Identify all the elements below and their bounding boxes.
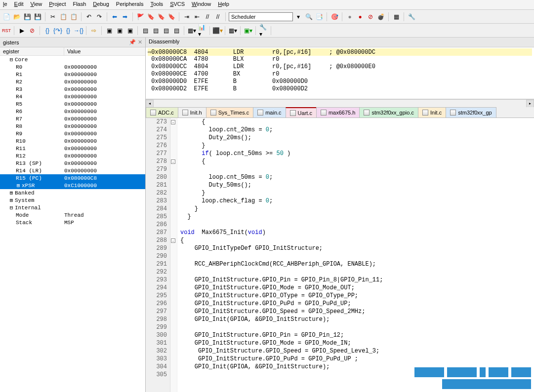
register-row[interactable]: R60x00000000 <box>0 108 145 115</box>
menu-flash[interactable]: Flash <box>73 1 86 8</box>
search-combo[interactable] <box>229 12 293 21</box>
step-out-icon[interactable]: {} <box>64 26 73 35</box>
run-icon[interactable]: ▶ <box>17 26 26 35</box>
tab-ADCc[interactable]: ADC.c <box>146 107 178 118</box>
menu-edit[interactable]: Edit <box>14 1 24 8</box>
register-row[interactable]: R100x00000000 <box>0 137 145 145</box>
registers-list[interactable]: ⊟CoreR00x00000000R10x00000000R20x0000000… <box>0 56 145 392</box>
code-line[interactable]: void Max6675_Init(void) <box>180 229 534 236</box>
register-row[interactable]: R50x00000000 <box>0 100 145 108</box>
code-line[interactable]: GPIO_InitStructure.GPIO_PuPd = GPIO_PuPd… <box>180 355 534 363</box>
serial-icon[interactable]: ▦▾ <box>187 26 196 35</box>
disasm-line[interactable]: 0x080000CE 4700 BX r0 <box>148 71 532 78</box>
menu-peripherals[interactable]: Peripherals <box>116 1 144 8</box>
menu-debug[interactable]: Debug <box>93 1 109 8</box>
disasm-line[interactable]: ⇨0x080000C8 4804 LDR r0,[pc,#16] ; @0x08… <box>148 48 532 56</box>
code-line[interactable]: GPIO_InitStructure.GPIO_Pin = GPIO_Pin_8… <box>180 276 534 284</box>
symbol-window-icon[interactable]: ▣ <box>125 26 134 35</box>
code-line[interactable]: } <box>180 213 534 221</box>
register-row[interactable]: StackMSP <box>0 219 145 226</box>
register-row[interactable]: ⊞xPSR0xC1000000 <box>0 182 145 189</box>
code-line[interactable]: loop.cnt_50ms = 0; <box>180 173 534 181</box>
disasm-window-icon[interactable]: ▣ <box>115 26 124 35</box>
code-line[interactable]: GPIO_InitStructure.GPIO_PuPd = GPIO_PuPd… <box>180 300 534 308</box>
window-icon[interactable]: ▦ <box>392 12 401 21</box>
code-line[interactable]: } <box>180 189 534 197</box>
code-line[interactable]: GPIO_InitStructure.GPIO_Speed = GPIO_Spe… <box>180 347 534 355</box>
code-line[interactable]: } <box>180 205 534 213</box>
tab-Inith[interactable]: Init.h <box>178 107 206 118</box>
logic-icon[interactable]: ⬛▾ <box>213 26 222 35</box>
uncomment-icon[interactable]: // <box>213 12 222 21</box>
breakpoint-disable-icon[interactable]: ⊘ <box>366 12 375 21</box>
code-line[interactable]: } <box>180 142 534 150</box>
tab-Uartc[interactable]: Uart.c <box>286 107 317 118</box>
save-icon[interactable]: 💾 <box>23 12 32 21</box>
debug-icon[interactable]: 🎯 <box>330 12 339 21</box>
code-line[interactable]: GPIO_InitStructure.GPIO_Mode = GPIO_Mode… <box>180 339 534 347</box>
code-line[interactable]: Duty_50ms(); <box>180 181 534 189</box>
disasm-line[interactable]: 0x080000CA 4780 BLX r0 <box>148 56 532 63</box>
code-line[interactable] <box>180 221 534 229</box>
register-row[interactable]: R20x00000000 <box>0 78 145 85</box>
code-editor[interactable]: 2732742752762772782792802812822832842852… <box>146 118 534 392</box>
breakpoint2-icon[interactable]: ● <box>356 12 365 21</box>
menu-le[interactable]: le <box>3 1 7 8</box>
nav-fwd-icon[interactable]: ➡ <box>121 12 129 21</box>
menu-project[interactable]: Project <box>49 1 66 8</box>
disasm-hscroll[interactable]: ◂ ▸ <box>146 99 534 107</box>
code-line[interactable] <box>180 252 534 260</box>
nav-back-icon[interactable]: ⬅ <box>110 12 119 21</box>
register-group[interactable]: ⊟Core <box>0 56 145 63</box>
run-to-icon[interactable]: →{} <box>74 26 83 35</box>
register-row[interactable]: R110x00000000 <box>0 145 145 152</box>
menu-window[interactable]: Window <box>192 1 211 8</box>
register-group[interactable]: ⊞Banked <box>0 189 145 196</box>
bookmark-next-icon[interactable]: 🔖 <box>157 12 165 21</box>
paste-icon[interactable]: 📋 <box>69 12 78 21</box>
code-line[interactable]: { <box>180 236 534 244</box>
step-icon[interactable]: {} <box>43 26 52 35</box>
bookmark-clear-icon[interactable]: 🔖 <box>167 12 176 21</box>
menu-help[interactable]: Help <box>218 1 229 8</box>
disasm-line[interactable]: 0x080000CC 4804 LDR r0,[pc,#16] ; @0x080… <box>148 63 532 71</box>
code-line[interactable] <box>180 165 534 173</box>
tab-mainc[interactable]: main.c <box>253 107 286 118</box>
code-line[interactable]: if( loop.cnt_50ms >= 50 ) <box>180 150 534 157</box>
close-icon[interactable]: ✕ <box>138 39 142 45</box>
breakpoint-kill-icon[interactable]: 💣 <box>376 12 385 21</box>
register-row[interactable]: R00x00000000 <box>0 63 145 71</box>
code-line[interactable]: Duty_20ms(); <box>180 134 534 142</box>
disassembly-view[interactable]: ⇨0x080000C8 4804 LDR r0,[pc,#16] ; @0x08… <box>146 47 534 99</box>
tools-icon[interactable]: 🔧▾ <box>259 26 268 35</box>
code-line[interactable]: GPIO_InitTypeDef GPIO_InitStructure; <box>180 244 534 252</box>
stop-icon[interactable]: ⊘ <box>28 26 37 35</box>
dropdown-icon[interactable]: ▾ <box>294 12 303 21</box>
show-next-icon[interactable]: ⇨ <box>89 26 98 35</box>
code-line[interactable] <box>180 268 534 276</box>
step-over-icon[interactable]: {↷} <box>53 26 62 35</box>
config-icon[interactable]: 🔧 <box>407 12 416 21</box>
indent-icon[interactable]: ⇥ <box>182 12 191 21</box>
code-line[interactable]: { <box>180 157 534 165</box>
menu-svcs[interactable]: SVCS <box>170 1 185 8</box>
find-in-files-icon[interactable]: 📑 <box>315 12 324 21</box>
open-icon[interactable]: 📂 <box>12 12 21 21</box>
new-file-icon[interactable]: 📄 <box>2 12 11 21</box>
register-row[interactable]: R120x00000000 <box>0 152 145 159</box>
registers-window-icon[interactable]: ▤ <box>141 26 150 35</box>
code-line[interactable] <box>180 323 534 331</box>
register-row[interactable]: R40x00000000 <box>0 93 145 100</box>
register-group[interactable]: ⊟Internal <box>0 204 145 211</box>
find-icon[interactable]: 🔍 <box>304 12 313 21</box>
copy-icon[interactable]: 📋 <box>59 12 68 21</box>
code-line[interactable]: RCC_AHBPeriphClockCmd(RCC_AHBPeriph_GPIO… <box>180 260 534 268</box>
outdent-icon[interactable]: ⇤ <box>193 12 202 21</box>
tab-stm32f0xx_gpioc[interactable]: stm32f0xx_gpio.c <box>359 107 418 118</box>
register-row[interactable]: R90x00000000 <box>0 130 145 137</box>
register-row[interactable]: R14 (LR)0x00000000 <box>0 167 145 174</box>
breakpoint-icon[interactable]: ● <box>345 12 354 21</box>
tab-stm32f0xx_gp[interactable]: stm32f0xx_gp <box>446 107 496 118</box>
register-row[interactable]: R30x00000000 <box>0 85 145 93</box>
callstack-window-icon[interactable]: ▤ <box>151 26 160 35</box>
